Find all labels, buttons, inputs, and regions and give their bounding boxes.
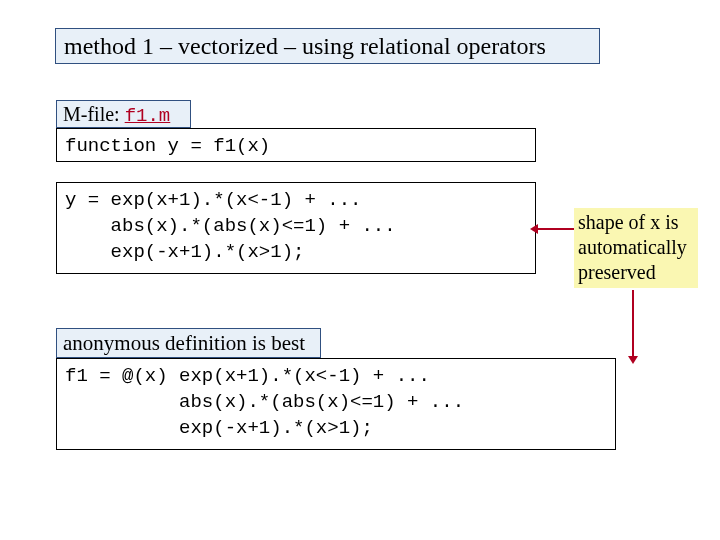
mfile-label-box: M-file: f1.m — [56, 100, 191, 128]
anonymous-label: anonymous definition is best — [56, 328, 321, 358]
code-anonymous-definition: f1 = @(x) exp(x+1).*(x<-1) + ... abs(x).… — [56, 358, 616, 450]
mfile-name: f1.m — [125, 105, 171, 127]
mfile-prefix: M-file: — [63, 103, 125, 125]
code-function-signature: function y = f1(x) — [56, 128, 536, 162]
slide-title: method 1 – vectorized – using relational… — [55, 28, 600, 64]
arrow-down-icon — [632, 290, 634, 356]
code-function-body: y = exp(x+1).*(x<-1) + ... abs(x).*(abs(… — [56, 182, 536, 274]
shape-note: shape of x is automatically preserved — [574, 208, 698, 288]
arrow-left-icon — [538, 228, 574, 230]
